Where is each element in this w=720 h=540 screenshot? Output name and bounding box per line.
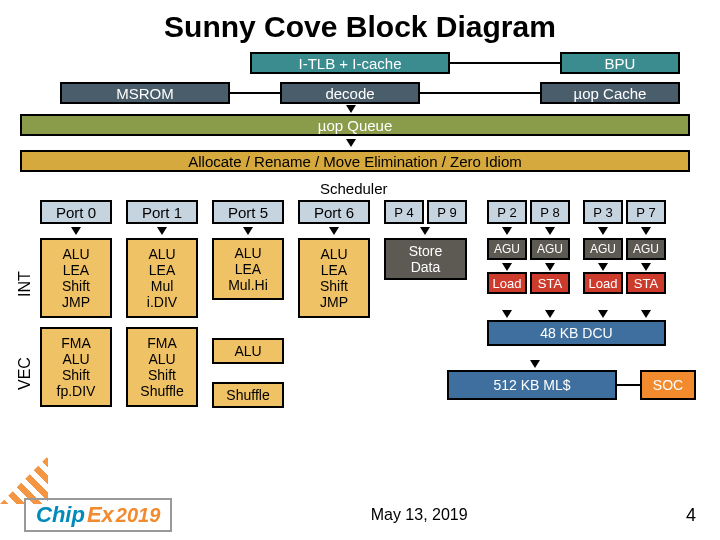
slide-number: 4 xyxy=(666,505,696,526)
ml-cache: 512 KB ML$ xyxy=(447,370,617,400)
port-1: Port 1 xyxy=(126,200,198,224)
logo-text-b: Ex xyxy=(87,502,114,528)
arrow-down-icon xyxy=(157,227,167,235)
arrow-down-icon xyxy=(530,360,540,368)
itlb-icache: I-TLB + I-cache xyxy=(250,52,450,74)
bpu: BPU xyxy=(560,52,680,74)
arrow-down-icon xyxy=(71,227,81,235)
logo-year: 2019 xyxy=(116,504,161,527)
page-title: Sunny Cove Block Diagram xyxy=(0,0,720,52)
arrow-down-icon xyxy=(545,227,555,235)
port-2: P 2 xyxy=(487,200,527,224)
port-4: P 4 xyxy=(384,200,424,224)
arrow-down-icon xyxy=(598,310,608,318)
arrow-down-icon xyxy=(598,227,608,235)
decode: decode xyxy=(280,82,420,104)
arrow-down-icon xyxy=(502,263,512,271)
uop-queue: µop Queue xyxy=(20,114,690,136)
footer-date: May 13, 2019 xyxy=(172,506,666,524)
port-8: P 8 xyxy=(530,200,570,224)
msrom: MSROM xyxy=(60,82,230,104)
arrow-down-icon xyxy=(641,310,651,318)
dcu: 48 KB DCU xyxy=(487,320,666,346)
sta-p8: STA xyxy=(530,272,570,294)
arrow-down-icon xyxy=(346,139,356,147)
int-port5: ALU LEA Mul.Hi xyxy=(212,238,284,300)
load-p3: Load xyxy=(583,272,623,294)
int-port6: ALU LEA Shift JMP xyxy=(298,238,370,318)
sta-p7: STA xyxy=(626,272,666,294)
vec-label: VEC xyxy=(16,338,34,410)
port-6: Port 6 xyxy=(298,200,370,224)
store-data: Store Data xyxy=(384,238,467,280)
logo: ChipEx2019 xyxy=(24,498,172,532)
allocate-row: Allocate / Rename / Move Elimination / Z… xyxy=(20,150,690,172)
int-port0: ALU LEA Shift JMP xyxy=(40,238,112,318)
arrow-down-icon xyxy=(346,105,356,113)
connector xyxy=(230,92,280,94)
agu-p3: AGU xyxy=(583,238,623,260)
vec-port1: FMA ALU Shift Shuffle xyxy=(126,327,198,407)
port-0: Port 0 xyxy=(40,200,112,224)
vec-port0: FMA ALU Shift fp.DIV xyxy=(40,327,112,407)
arrow-down-icon xyxy=(641,263,651,271)
arrow-down-icon xyxy=(545,310,555,318)
connector xyxy=(617,384,640,386)
arrow-down-icon xyxy=(545,263,555,271)
agu-p8: AGU xyxy=(530,238,570,260)
port-9: P 9 xyxy=(427,200,467,224)
connector xyxy=(450,62,560,64)
arrow-down-icon xyxy=(502,227,512,235)
port-3: P 3 xyxy=(583,200,623,224)
footer: ChipEx2019 May 13, 2019 4 xyxy=(0,498,720,532)
arrow-down-icon xyxy=(243,227,253,235)
vec-port5a: ALU xyxy=(212,338,284,364)
arrow-down-icon xyxy=(598,263,608,271)
arrow-down-icon xyxy=(420,227,430,235)
arrow-down-icon xyxy=(329,227,339,235)
agu-p2: AGU xyxy=(487,238,527,260)
connector xyxy=(420,92,540,94)
int-label: INT xyxy=(16,248,34,320)
agu-p7: AGU xyxy=(626,238,666,260)
int-port1: ALU LEA Mul i.DIV xyxy=(126,238,198,318)
soc: SOC xyxy=(640,370,696,400)
arrow-down-icon xyxy=(502,310,512,318)
corner-decoration xyxy=(0,456,48,504)
scheduler-label: Scheduler xyxy=(320,180,388,197)
port-5: Port 5 xyxy=(212,200,284,224)
vec-port5b: Shuffle xyxy=(212,382,284,408)
port-7: P 7 xyxy=(626,200,666,224)
uop-cache: µop Cache xyxy=(540,82,680,104)
arrow-down-icon xyxy=(641,227,651,235)
load-p2: Load xyxy=(487,272,527,294)
logo-text-a: Chip xyxy=(36,502,85,528)
